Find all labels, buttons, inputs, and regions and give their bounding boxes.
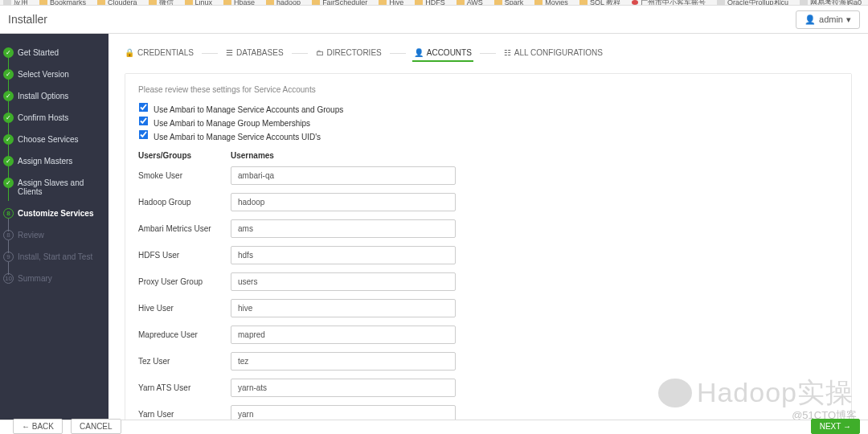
step-label: Assign Masters <box>18 157 72 166</box>
manage-checkbox-1[interactable] <box>139 117 149 126</box>
step-number-icon: 9 <box>3 252 14 262</box>
account-input-mapreduce-user[interactable] <box>231 326 456 344</box>
wizard-step-7[interactable]: 8Customize Services <box>0 203 108 224</box>
account-input-hdfs-user[interactable] <box>231 246 456 264</box>
tab-all-configurations[interactable]: ☷ALL CONFIGURATIONS <box>502 45 604 62</box>
admin-menu-button[interactable]: 👤 admin ▾ <box>796 10 860 29</box>
step-label: Install Options <box>18 92 68 100</box>
bookmark-item[interactable]: Hive <box>379 0 403 5</box>
wizard-step-10: 10Summary <box>0 268 108 289</box>
checkbox-row[interactable]: Use Ambari to Manage Service Accounts UI… <box>138 129 838 141</box>
header-users-groups: Users/Groups <box>138 151 231 160</box>
bookmarks-bar: 应用 Bookmarks Cloudera 微信 Linux Hbase had… <box>0 0 868 6</box>
step-label: Assign Slaves and Clients <box>18 178 84 196</box>
step-label: Select Version <box>18 70 69 79</box>
bookmark-item[interactable]: SQL 教程 <box>579 0 620 5</box>
user-icon: 👤 <box>414 48 424 57</box>
checkbox-label: Use Ambari to Manage Service Accounts an… <box>154 105 343 114</box>
wizard-step-8: 8Review <box>0 224 108 246</box>
tab-credentials[interactable]: 🔒CREDENTIALS <box>123 45 195 62</box>
check-icon: ✓ <box>3 69 14 80</box>
account-label: HDFS User <box>138 251 231 260</box>
account-input-smoke-user[interactable] <box>231 166 456 185</box>
account-label: Hive User <box>138 304 231 313</box>
account-input-hive-user[interactable] <box>231 299 456 317</box>
panel-note: Please review these settings for Service… <box>138 85 838 94</box>
tab-accounts[interactable]: 👤ACCOUNTS <box>412 45 473 62</box>
step-label: Choose Services <box>18 135 79 144</box>
account-row: Ambari Metrics User <box>138 219 838 238</box>
app-header: Installer 👤 admin ▾ <box>0 6 868 34</box>
manage-checkbox-0[interactable] <box>139 103 149 113</box>
tab-directories[interactable]: 🗀DIRECTORIES <box>314 45 383 62</box>
account-input-proxy-user-group[interactable] <box>231 272 456 291</box>
bookmark-item[interactable]: hadoop <box>266 0 301 5</box>
folder-icon: 🗀 <box>316 48 324 57</box>
sliders-icon: ☷ <box>504 48 511 57</box>
bookmark-item[interactable]: Linux <box>185 0 213 5</box>
bookmark-item[interactable]: 网易考拉海购a0 <box>800 0 862 5</box>
step-label: Customize Services <box>18 209 94 218</box>
bookmark-item[interactable]: 应用 <box>3 0 28 5</box>
accounts-panel: Please review these settings for Service… <box>125 73 852 424</box>
lock-icon: 🔒 <box>125 48 134 57</box>
bookmark-item[interactable]: Movies <box>534 0 568 5</box>
account-label: Ambari Metrics User <box>138 224 231 233</box>
step-number-icon: 8 <box>3 230 14 240</box>
bookmark-item[interactable]: Bookmarks <box>39 0 86 5</box>
bookmark-item[interactable]: Hbase <box>223 0 255 5</box>
step-label: Review <box>18 231 44 240</box>
manage-checkbox-2[interactable] <box>139 130 149 140</box>
account-label: Yarn ATS User <box>138 383 231 392</box>
admin-label: admin <box>819 14 843 24</box>
account-row: Mapreduce User <box>138 326 838 344</box>
wizard-step-0[interactable]: ✓Get Started <box>0 42 108 63</box>
bookmark-item[interactable]: Spark <box>494 0 524 5</box>
tab-separator <box>390 53 406 54</box>
tab-separator <box>202 53 218 54</box>
checkbox-row[interactable]: Use Ambari to Manage Group Memberships <box>138 116 838 128</box>
tab-databases[interactable]: ☰DATABASES <box>224 45 285 62</box>
page-title: Installer <box>8 13 47 26</box>
account-input-tez-user[interactable] <box>231 352 456 371</box>
wizard-step-9: 9Install, Start and Test <box>0 246 108 268</box>
back-button[interactable]: ← BACK <box>13 419 63 434</box>
wizard-step-6[interactable]: ✓Assign Slaves and Clients <box>0 172 108 203</box>
wizard-step-2[interactable]: ✓Install Options <box>0 85 108 107</box>
wizard-step-3[interactable]: ✓Confirm Hosts <box>0 107 108 129</box>
checkbox-label: Use Ambari to Manage Service Accounts UI… <box>154 133 321 141</box>
chevron-down-icon: ▾ <box>846 14 851 25</box>
account-input-yarn-ats-user[interactable] <box>231 379 456 397</box>
account-row: HDFS User <box>138 246 838 264</box>
bookmark-item[interactable]: Oracle中rollup和cu <box>717 0 788 5</box>
check-icon: ✓ <box>3 178 14 188</box>
header-usernames: Usernames <box>231 151 274 160</box>
bookmark-item[interactable]: Cloudera <box>97 0 137 5</box>
account-input-hadoop-group[interactable] <box>231 193 456 211</box>
checkbox-label: Use Ambari to Manage Group Memberships <box>154 119 310 128</box>
account-label: Yarn User <box>138 410 231 419</box>
account-row: Yarn ATS User <box>138 379 838 397</box>
wizard-step-5[interactable]: ✓Assign Masters <box>0 150 108 172</box>
wizard-footer: ← BACK CANCEL NEXT → <box>0 420 868 434</box>
tab-separator <box>480 53 496 54</box>
check-icon: ✓ <box>3 91 14 101</box>
tab-separator <box>292 53 308 54</box>
bookmark-item[interactable]: HDFS <box>415 0 445 5</box>
wizard-step-4[interactable]: ✓Choose Services <box>0 129 108 150</box>
account-row: Proxy User Group <box>138 272 838 291</box>
account-input-ambari-metrics-user[interactable] <box>231 219 456 238</box>
cancel-button[interactable]: CANCEL <box>71 419 121 434</box>
bookmark-item[interactable]: 广州市中小客车摇号 <box>632 0 706 5</box>
table-header: Users/Groups Usernames <box>138 151 838 160</box>
bookmark-item[interactable]: AWS <box>457 0 483 5</box>
checkbox-row[interactable]: Use Ambari to Manage Service Accounts an… <box>138 102 838 114</box>
bookmark-item[interactable]: FairScheduler <box>312 0 367 5</box>
check-icon: ✓ <box>3 156 14 166</box>
bookmark-item[interactable]: 微信 <box>149 0 174 5</box>
account-label: Mapreduce User <box>138 330 231 339</box>
account-row: Hadoop Group <box>138 193 838 211</box>
wizard-step-1[interactable]: ✓Select Version <box>0 63 108 85</box>
step-label: Install, Start and Test <box>18 252 92 261</box>
next-button[interactable]: NEXT → <box>811 419 860 434</box>
